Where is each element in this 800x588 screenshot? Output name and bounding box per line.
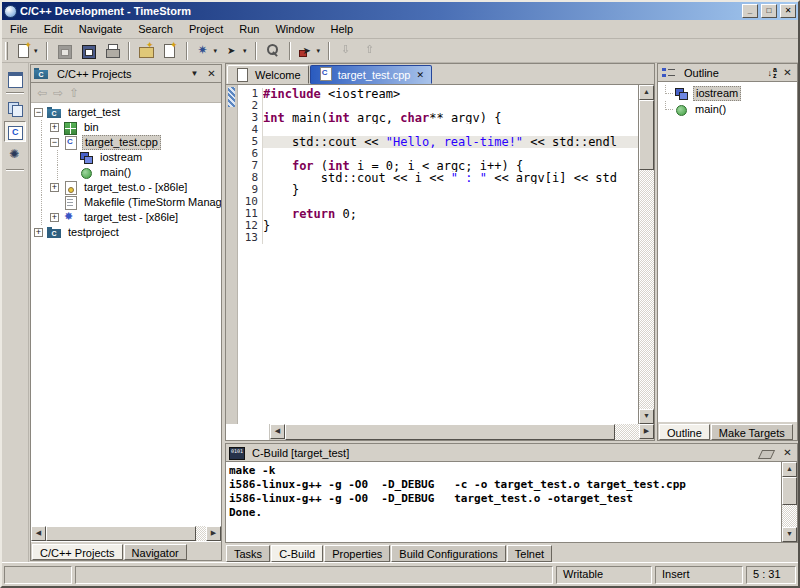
scroll-down-icon[interactable]: ▼ bbox=[639, 409, 654, 424]
tree-item-target-test[interactable]: −target_test bbox=[31, 105, 221, 120]
tree-item-target-test-o-x86le[interactable]: +target_test.o - [x86le] bbox=[31, 180, 221, 195]
sort-alphabetical-icon[interactable]: ↓ az bbox=[768, 67, 777, 79]
code-text[interactable] bbox=[263, 232, 638, 244]
print-button[interactable] bbox=[101, 41, 123, 60]
scroll-down-icon[interactable]: ▼ bbox=[782, 527, 797, 542]
tree-item-iostream[interactable]: iostream bbox=[31, 150, 221, 165]
tree-toggle-minus-icon[interactable]: − bbox=[50, 138, 59, 147]
scrollbar-track[interactable] bbox=[285, 424, 639, 440]
clear-console-icon[interactable] bbox=[758, 446, 773, 459]
scrollbar-track[interactable] bbox=[46, 526, 206, 541]
code-text[interactable]: #include <iostream> bbox=[263, 88, 638, 100]
scroll-left-icon[interactable]: ◀ bbox=[270, 424, 285, 439]
view-tab-properties[interactable]: Properties bbox=[324, 545, 390, 562]
close-view-icon[interactable]: ✕ bbox=[781, 446, 794, 460]
scroll-left-icon[interactable]: ◀ bbox=[31, 526, 46, 541]
c-project-closed-icon bbox=[47, 226, 62, 239]
tree-toggle-plus-icon[interactable]: + bbox=[50, 123, 59, 132]
code-text[interactable]: } bbox=[263, 184, 638, 196]
code-text[interactable]: int main(int argc, char** argv) { bbox=[263, 112, 638, 124]
close-tab-icon[interactable]: ✕ bbox=[416, 70, 424, 80]
tree-item-target-test-cpp[interactable]: −target_test.cpp bbox=[31, 135, 221, 150]
code-editor[interactable]: 1#include <iostream>23int main(int argc,… bbox=[238, 85, 638, 424]
minimize-icon[interactable]: _ bbox=[742, 4, 758, 18]
tree-item-main[interactable]: main() bbox=[31, 165, 221, 180]
code-text[interactable]: } bbox=[263, 220, 638, 232]
code-text[interactable] bbox=[263, 124, 638, 136]
view-tab-c-build[interactable]: C-Build bbox=[271, 545, 323, 562]
code-text[interactable] bbox=[263, 196, 638, 208]
dropdown-arrow-icon[interactable]: ▾ bbox=[214, 47, 218, 55]
menu-item-window[interactable]: Window bbox=[267, 20, 322, 38]
menu-item-project[interactable]: Project bbox=[181, 20, 231, 38]
console-vertical-scrollbar[interactable]: ▲ ▼ bbox=[781, 462, 797, 542]
menu-item-navigate[interactable]: Navigate bbox=[71, 20, 130, 38]
view-tab-c-c-projects[interactable]: C/C++ Projects bbox=[32, 544, 123, 560]
view-tab-build-configurations[interactable]: Build Configurations bbox=[391, 545, 505, 562]
view-tab-telnet[interactable]: Telnet bbox=[507, 545, 552, 562]
tree-toggle-minus-icon[interactable]: − bbox=[34, 108, 43, 117]
tree-item-testproject[interactable]: +testproject bbox=[31, 225, 221, 240]
tree-item-makefile-timestorm-manage[interactable]: Makefile (TimeStorm Manage bbox=[31, 195, 221, 210]
scrollbar-track[interactable] bbox=[782, 477, 797, 527]
new-wizard-button[interactable]: ▾ bbox=[13, 41, 41, 60]
dropdown-arrow-icon[interactable]: ▾ bbox=[243, 47, 247, 55]
c-cpp-perspective-button[interactable] bbox=[4, 121, 26, 142]
menu-item-help[interactable]: Help bbox=[323, 20, 362, 38]
editor-tab-target-test-cpp[interactable]: target_test.cpp✕ bbox=[310, 65, 432, 84]
scroll-right-icon[interactable]: ▶ bbox=[639, 424, 654, 439]
view-tab-make-targets[interactable]: Make Targets bbox=[711, 424, 793, 440]
new-project-wizard-button[interactable] bbox=[135, 41, 157, 60]
close-icon[interactable]: ✕ bbox=[780, 4, 796, 18]
open-perspective-button[interactable] bbox=[4, 67, 26, 88]
run-button[interactable]: ▾ bbox=[222, 41, 250, 60]
view-tab-outline[interactable]: Outline bbox=[659, 424, 710, 440]
code-text[interactable]: std::cout << "Hello, real-time!" << std:… bbox=[263, 136, 638, 148]
scroll-right-icon[interactable]: ▶ bbox=[206, 526, 221, 541]
new-file-wizard-button[interactable] bbox=[159, 41, 181, 60]
scrollbar-thumb[interactable] bbox=[782, 477, 797, 505]
view-menu-icon[interactable]: ▼ bbox=[188, 67, 201, 81]
console-output[interactable]: make -ki586-linux-g++ -g -O0 -D_DEBUG -c… bbox=[226, 462, 781, 542]
editor-tab-welcome[interactable]: Welcome bbox=[227, 65, 309, 84]
debug-perspective-button[interactable] bbox=[4, 144, 26, 165]
menu-item-file[interactable]: File bbox=[2, 20, 36, 38]
projects-horizontal-scrollbar[interactable]: ◀ ▶ bbox=[31, 526, 221, 541]
tree-toggle-plus-icon[interactable]: + bbox=[50, 183, 59, 192]
menu-item-search[interactable]: Search bbox=[130, 20, 181, 38]
menu-item-run[interactable]: Run bbox=[231, 20, 267, 38]
code-text[interactable] bbox=[263, 148, 638, 160]
outline-item-iostream[interactable]: iostream bbox=[658, 85, 797, 101]
scrollbar-thumb[interactable] bbox=[46, 526, 196, 541]
close-view-icon[interactable]: ✕ bbox=[781, 66, 794, 80]
view-tab-navigator[interactable]: Navigator bbox=[124, 544, 187, 560]
tree-item-bin[interactable]: +bin bbox=[31, 120, 221, 135]
editor-tab-label: Welcome bbox=[255, 69, 301, 81]
search-button[interactable] bbox=[262, 41, 284, 60]
tree-toggle-plus-icon[interactable]: + bbox=[34, 228, 43, 237]
code-text[interactable]: for (int i = 0; i < argc; i++) { bbox=[263, 160, 638, 172]
resource-perspective-button[interactable] bbox=[4, 98, 26, 119]
external-tools-button[interactable]: ▾ bbox=[296, 41, 324, 60]
maximize-icon[interactable]: □ bbox=[761, 4, 777, 18]
code-text[interactable] bbox=[263, 100, 638, 112]
scrollbar-thumb[interactable] bbox=[639, 100, 654, 170]
code-text[interactable]: std::cout << i << " : " << argv[i] << st… bbox=[263, 172, 638, 184]
scrollbar-thumb[interactable] bbox=[285, 424, 615, 440]
editor-vertical-scrollbar[interactable]: ▲ ▼ bbox=[638, 85, 654, 424]
menu-item-edit[interactable]: Edit bbox=[36, 20, 71, 38]
dropdown-arrow-icon[interactable]: ▾ bbox=[317, 47, 321, 55]
code-text[interactable]: return 0; bbox=[263, 208, 638, 220]
dropdown-arrow-icon[interactable]: ▾ bbox=[34, 47, 38, 55]
debug-button[interactable]: ▾ bbox=[193, 41, 221, 60]
scrollbar-track[interactable] bbox=[639, 100, 654, 409]
scroll-up-icon[interactable]: ▲ bbox=[639, 85, 654, 100]
tree-toggle-plus-icon[interactable]: + bbox=[50, 213, 59, 222]
scroll-up-icon[interactable]: ▲ bbox=[782, 462, 797, 477]
view-tab-tasks[interactable]: Tasks bbox=[226, 545, 270, 562]
outline-item-main[interactable]: main() bbox=[658, 101, 797, 117]
close-view-icon[interactable]: ✕ bbox=[205, 67, 218, 81]
save-as-button[interactable] bbox=[77, 41, 99, 60]
tree-item-target-test-x86le[interactable]: +target_test - [x86le] bbox=[31, 210, 221, 225]
editor-horizontal-scrollbar[interactable]: ◀ ▶ bbox=[226, 424, 654, 440]
